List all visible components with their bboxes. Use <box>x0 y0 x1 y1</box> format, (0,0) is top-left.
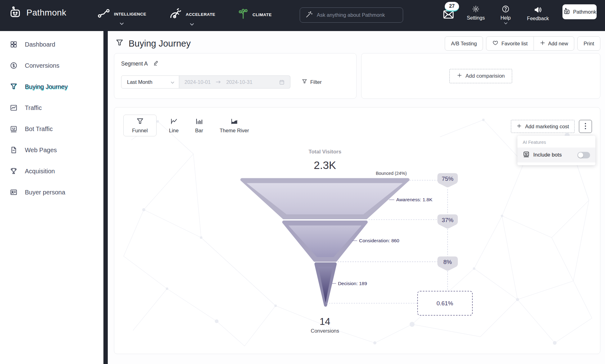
rate-badge-awareness: 75% <box>437 173 458 187</box>
sidebar-item-dashboard[interactable]: Dashboard <box>0 34 103 55</box>
funnel-segment-consideration <box>284 222 366 260</box>
chevron-down-icon <box>190 23 194 26</box>
tab-line[interactable]: Line <box>165 115 183 136</box>
ab-testing-button[interactable]: A/B Testing <box>445 36 483 51</box>
climate-plant-icon <box>238 8 248 21</box>
kebab-menu-icon <box>585 122 586 131</box>
add-new-button[interactable]: Add new <box>534 37 574 50</box>
plus-icon <box>457 73 462 80</box>
brand-name: Pathmonk <box>26 8 66 18</box>
svg-text:75%: 75% <box>442 175 453 182</box>
bar-tab-icon <box>195 117 203 125</box>
top-navbar: Pathmonk INTELLIGENCE ACCELERATE <box>0 0 605 31</box>
sidebar-item-conversions[interactable]: Conversions <box>0 55 103 76</box>
notification-count-badge: 27 <box>445 2 459 11</box>
account-button[interactable]: Pathmonk <box>562 4 597 19</box>
rate-badge-decision: 8% <box>437 257 458 271</box>
favorite-addnew-group: Favorite list Add new <box>486 36 574 51</box>
include-bots-item[interactable]: Include bots <box>517 148 595 162</box>
question-mark-icon <box>502 5 510 13</box>
megaphone-icon <box>534 6 542 14</box>
sidebar-divider <box>103 31 108 364</box>
search-input[interactable] <box>317 12 398 18</box>
date-end: 2024-10-31 <box>226 79 252 85</box>
nav-menu-intelligence[interactable]: INTELLIGENCE <box>98 0 146 31</box>
funnel-icon <box>10 83 18 91</box>
edit-pencil-icon[interactable] <box>153 60 159 68</box>
conversions-label: Conversions <box>311 328 339 334</box>
dropdown-header: AI Features <box>517 136 595 148</box>
bot-face-icon <box>10 125 18 133</box>
filter-funnel-icon <box>302 79 307 86</box>
comparison-card: Add comparision <box>361 53 600 99</box>
include-bots-toggle[interactable] <box>577 152 590 158</box>
plus-icon <box>540 40 545 47</box>
nav-menu-accelerate[interactable]: ACCELERATE <box>169 0 215 31</box>
sidebar-item-bot-traffic[interactable]: Bot Traffic <box>0 118 103 139</box>
pathmonk-robot-logo-icon <box>8 5 22 20</box>
ai-features-dropdown: AI Features Include bots <box>517 136 595 165</box>
main-content: Buying Journey A/B Testing Favorite list… <box>108 31 605 364</box>
nav-menu-climate[interactable]: CLIMATE <box>238 0 272 31</box>
funnel-segment-decision <box>316 264 335 305</box>
filter-button[interactable]: Filter <box>302 79 322 86</box>
chart-card: 75% 37% 8% 0.61% Awareness: 1.8K Conside… <box>114 107 600 354</box>
envelope-icon <box>442 16 455 21</box>
feedback-button[interactable]: Feedback <box>524 6 552 21</box>
settings-button[interactable]: Settings <box>465 5 487 21</box>
segment-card: Segment A Last Month 2024-10-01 <box>114 53 357 99</box>
sidebar-item-buying-journey[interactable]: Buying Journey <box>0 76 103 97</box>
dollar-circle-icon <box>10 61 18 70</box>
grid-icon <box>10 40 18 48</box>
gear-icon <box>472 5 480 13</box>
chart-type-tabs: Funnel Line Bar Theme River <box>123 115 253 136</box>
brand[interactable]: Pathmonk <box>8 5 66 20</box>
header-actions: A/B Testing Favorite list Add new Print <box>445 36 600 51</box>
chevron-down-icon <box>504 22 508 25</box>
svg-text:37%: 37% <box>442 217 453 223</box>
consideration-label: Consideration: 860 <box>359 238 399 243</box>
tab-theme-river[interactable]: Theme River <box>216 115 253 136</box>
tab-bar[interactable]: Bar <box>191 115 207 136</box>
funnel-tab-icon <box>136 117 144 125</box>
add-marketing-cost-button[interactable]: Add marketing cost <box>511 120 575 133</box>
trophy-icon <box>10 167 18 175</box>
conversion-rate-box: 0.61% <box>418 291 473 316</box>
document-icon <box>10 146 18 154</box>
id-card-icon <box>10 188 18 196</box>
bounced-label: Bounced (24%) <box>376 171 407 176</box>
print-button[interactable]: Print <box>577 36 600 51</box>
funnel-title-icon <box>115 39 124 48</box>
sidebar-item-acquisition[interactable]: Acquisition <box>0 161 103 182</box>
svg-text:0.61%: 0.61% <box>436 300 453 307</box>
pathmonk-robot-icon <box>563 7 571 16</box>
date-start: 2024-10-01 <box>184 79 211 85</box>
funnel-segment-awareness <box>242 180 408 218</box>
add-comparison-button[interactable]: Add comparision <box>449 69 512 83</box>
theme-river-tab-icon <box>230 117 238 125</box>
line-chart-icon <box>10 104 18 112</box>
svg-text:8%: 8% <box>444 259 452 265</box>
sidebar-item-traffic[interactable]: Traffic <box>0 97 103 118</box>
tab-funnel[interactable]: Funnel <box>123 115 157 136</box>
period-select[interactable]: Last Month <box>121 75 179 89</box>
ask-search-box[interactable] <box>300 7 403 23</box>
line-tab-icon <box>170 117 178 125</box>
sidebar-item-web-pages[interactable]: Web Pages <box>0 139 103 161</box>
bot-face-icon <box>523 151 530 159</box>
chart-options-kebab-button[interactable] <box>579 120 592 133</box>
sidebar-item-buyer-persona[interactable]: Buyer persona <box>0 182 103 203</box>
heart-icon <box>492 40 498 47</box>
segment-name: Segment A <box>121 61 148 67</box>
toggle-knob <box>578 152 583 158</box>
help-button[interactable]: Help <box>497 5 514 25</box>
chevron-down-icon <box>171 79 175 85</box>
favorite-list-button[interactable]: Favorite list <box>486 37 533 50</box>
sidebar: Dashboard Conversions Buying Journey Tra… <box>0 31 103 364</box>
awareness-label: Awareness: 1.8K <box>396 197 433 202</box>
conversions-value: 14 <box>320 316 330 327</box>
magic-wand-icon <box>305 11 313 20</box>
notifications[interactable]: 27 <box>442 8 455 21</box>
total-visitors-label: Total Visitors <box>308 149 341 155</box>
date-range-input[interactable]: 2024-10-01 2024-10-31 <box>179 75 290 89</box>
